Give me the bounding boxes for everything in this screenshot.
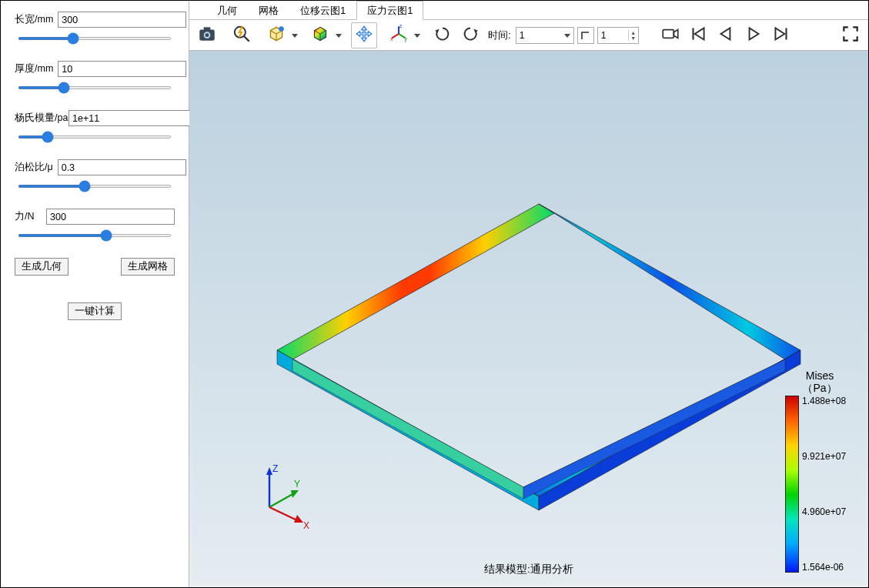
svg-line-25: [269, 493, 294, 507]
svg-text:Z: Z: [272, 463, 278, 474]
move-arrows-icon: [354, 24, 374, 46]
legend-bar: [785, 396, 799, 573]
pan-button[interactable]: [351, 22, 377, 48]
svg-line-9: [392, 34, 399, 38]
svg-text:z: z: [399, 24, 403, 28]
step-value: 1: [598, 30, 628, 41]
step-spinbox[interactable]: 1 ▲▼: [597, 27, 639, 44]
svg-marker-22: [292, 359, 523, 499]
viewport[interactable]: Z Y X Mises （Pa） 1.488e+08 9.921e+07: [189, 51, 868, 587]
transparency-button[interactable]: [263, 22, 289, 48]
generate-geometry-button[interactable]: 生成几何: [15, 258, 69, 276]
compute-button[interactable]: 一键计算: [68, 302, 122, 320]
poisson-input[interactable]: [58, 159, 186, 175]
time-combo[interactable]: 1: [516, 27, 574, 44]
rainbow-cube-icon: [310, 24, 330, 46]
thickness-label: 厚度/mm: [15, 62, 53, 75]
step-back-button[interactable]: [713, 22, 739, 48]
toolbar: zyx 时间: 1: [189, 19, 868, 51]
fullscreen-button[interactable]: [837, 22, 864, 48]
axis-triad: Z Y X: [246, 461, 316, 530]
rotate-ccw-icon: [460, 24, 480, 46]
tab-stress[interactable]: 应力云图1: [356, 1, 423, 20]
tab-bar: 几何 网格 位移云图1 应力云图1: [189, 1, 868, 19]
legend-unit: （Pa）: [802, 382, 837, 394]
svg-line-5: [244, 36, 249, 42]
svg-line-26: [269, 507, 299, 521]
length-label: 长宽/mm: [15, 13, 53, 26]
view-orientation-button[interactable]: zyx: [386, 22, 412, 48]
svg-text:y: y: [405, 36, 408, 42]
step-up[interactable]: ▲: [629, 30, 638, 35]
poisson-label: 泊松比/μ: [15, 161, 53, 174]
tab-displacement[interactable]: 位移云图1: [289, 1, 356, 19]
svg-text:Y: Y: [294, 479, 300, 489]
camera-icon: [197, 24, 217, 46]
play-icon: [744, 24, 764, 46]
cube-transparent-icon: [266, 24, 286, 46]
transparency-dropdown[interactable]: [291, 32, 299, 38]
svg-point-3: [206, 33, 209, 37]
model-caption: 结果模型:通用分析: [484, 563, 573, 576]
force-slider[interactable]: [18, 234, 172, 237]
fullscreen-icon: [841, 24, 861, 46]
legend-title: Mises: [806, 369, 834, 382]
legend-tick-2: 9.921e+07: [802, 451, 846, 462]
svg-marker-23: [523, 359, 785, 499]
length-input[interactable]: [58, 12, 186, 28]
magnifier-lightning-icon: [232, 24, 252, 46]
thickness-slider[interactable]: [18, 86, 172, 89]
time-combo-value: 1: [520, 30, 525, 41]
svg-rect-1: [204, 27, 211, 30]
youngs-label: 杨氏模量/pa: [15, 112, 64, 125]
step-down[interactable]: ▼: [629, 35, 638, 41]
view-orientation-dropdown[interactable]: [413, 32, 421, 38]
result-model: [246, 162, 816, 516]
svg-rect-13: [663, 30, 673, 38]
svg-text:X: X: [303, 520, 309, 530]
rotate-cw-button[interactable]: [429, 22, 456, 48]
force-input[interactable]: [46, 209, 175, 225]
tab-mesh[interactable]: 网格: [248, 1, 289, 19]
skip-first-icon: [688, 24, 708, 46]
zoom-extents-button[interactable]: [229, 22, 255, 48]
record-button[interactable]: [657, 22, 684, 48]
rotate-ccw-button[interactable]: [457, 22, 483, 48]
step-back-icon: [716, 24, 736, 46]
poisson-slider[interactable]: [18, 185, 172, 188]
xyz-axes-icon: zyx: [389, 24, 409, 46]
legend-tick-1: 4.960e+07: [802, 506, 846, 517]
scene-light-dropdown[interactable]: [335, 32, 343, 38]
force-label: 力/N: [15, 210, 42, 223]
go-first-button[interactable]: [685, 22, 711, 48]
color-legend: Mises （Pa） 1.488e+08 9.921e+07 4.960e+07…: [785, 369, 854, 573]
tab-geometry[interactable]: 几何: [206, 1, 248, 19]
time-label: 时间:: [488, 28, 511, 42]
skip-last-icon: [771, 24, 791, 46]
legend-tick-max: 1.488e+08: [802, 396, 846, 406]
youngs-input[interactable]: [69, 110, 197, 126]
svg-marker-17: [539, 204, 800, 359]
play-button[interactable]: [740, 22, 767, 48]
thickness-input[interactable]: [58, 61, 186, 77]
legend-tick-min: 1.564e-06: [802, 562, 846, 573]
svg-point-6: [279, 26, 284, 32]
go-to-end-button[interactable]: [577, 27, 594, 44]
video-camera-icon: [660, 24, 680, 46]
generate-mesh-button[interactable]: 生成网格: [121, 258, 175, 276]
snapshot-button[interactable]: [194, 22, 220, 48]
youngs-slider[interactable]: [18, 135, 172, 139]
svg-marker-16: [277, 204, 554, 359]
scene-light-button[interactable]: [307, 22, 333, 48]
length-slider[interactable]: [18, 37, 172, 40]
step-forward-button[interactable]: [768, 22, 794, 48]
rotate-cw-icon: [433, 24, 453, 46]
